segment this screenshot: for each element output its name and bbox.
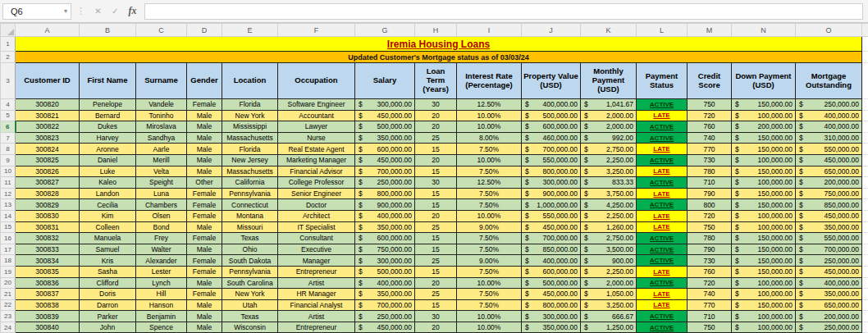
- column-header-partial[interactable]: [862, 24, 868, 37]
- cell-credit-score[interactable]: 720: [688, 210, 732, 221]
- row-header-1[interactable]: 1: [1, 37, 16, 52]
- cell-surname[interactable]: Chambers: [136, 199, 187, 211]
- cell-occupation[interactable]: Artist: [278, 311, 355, 322]
- row-header-22[interactable]: 22: [1, 299, 16, 311]
- cell-property-value[interactable]: $800,000.00: [522, 166, 581, 177]
- cell-location[interactable]: Massachusetts: [222, 166, 278, 177]
- empty-cell[interactable]: [862, 299, 868, 311]
- header-loan-term[interactable]: Loan Term (Years): [415, 63, 457, 99]
- cell-surname[interactable]: Benjamin: [136, 311, 187, 322]
- cell-location[interactable]: South Carolina: [222, 277, 278, 289]
- empty-cell[interactable]: [862, 99, 868, 111]
- cell-first-name[interactable]: Kris: [80, 255, 136, 267]
- empty-cell[interactable]: [862, 121, 868, 133]
- cell-location[interactable]: Connecticut: [222, 199, 278, 211]
- cell-credit-score[interactable]: 800: [688, 199, 732, 211]
- cell-salary[interactable]: $400,000.00: [355, 277, 415, 289]
- cell-monthly-payment[interactable]: $2,000.00: [581, 110, 637, 121]
- cell-salary[interactable]: $600,000.00: [355, 144, 415, 155]
- cell-monthly-payment[interactable]: $3,500.00: [581, 244, 637, 255]
- cell-credit-score[interactable]: 750: [688, 221, 732, 233]
- cell-gender[interactable]: Male: [187, 144, 222, 155]
- cell-loan-term[interactable]: 15: [415, 244, 457, 255]
- cell-gender[interactable]: Male: [187, 221, 222, 233]
- cell-interest-rate[interactable]: 8.00%: [457, 132, 522, 144]
- formula-input[interactable]: [144, 3, 863, 20]
- payment-status-badge[interactable]: ACTIVE: [637, 121, 688, 133]
- cell-gender[interactable]: Male: [187, 132, 222, 144]
- cell-monthly-payment[interactable]: $2,000.00: [581, 121, 637, 133]
- cell-salary[interactable]: $350,000.00: [355, 289, 415, 300]
- cell-occupation[interactable]: Artist: [278, 277, 355, 289]
- header-interest-rate[interactable]: Interest Rate (Percentage): [457, 63, 522, 99]
- row-header-14[interactable]: 14: [1, 210, 16, 221]
- cell-down-payment[interactable]: $100,000.00: [732, 177, 796, 189]
- name-box-dropdown-icon[interactable]: ▾: [64, 7, 67, 15]
- row-header-4[interactable]: 4: [1, 99, 16, 111]
- cell-property-value[interactable]: $700,000.00: [522, 144, 581, 155]
- cell-gender[interactable]: Female: [187, 210, 222, 221]
- header-monthly-payment[interactable]: Monthly Payment (USD): [581, 63, 637, 99]
- cell-customer-id[interactable]: 300820: [16, 99, 80, 111]
- cell-location[interactable]: New York: [222, 289, 278, 300]
- cell-customer-id[interactable]: 300826: [16, 166, 80, 177]
- cell-credit-score[interactable]: 720: [688, 110, 732, 121]
- cell-down-payment[interactable]: $200,000.00: [732, 121, 796, 133]
- cell-first-name[interactable]: Dukes: [80, 121, 136, 133]
- cell-occupation[interactable]: College Professor: [278, 177, 355, 189]
- cell-monthly-payment[interactable]: $2,750.00: [581, 233, 637, 244]
- cell-gender[interactable]: Male: [187, 244, 222, 255]
- cell-first-name[interactable]: Clifford: [80, 277, 136, 289]
- column-header-i[interactable]: I: [457, 24, 522, 37]
- header-location[interactable]: Location: [222, 63, 278, 99]
- cell-customer-id[interactable]: 300835: [16, 266, 80, 277]
- cell-credit-score[interactable]: 760: [688, 266, 732, 277]
- row-header-15[interactable]: 15: [1, 221, 16, 233]
- cell-credit-score[interactable]: 780: [688, 166, 732, 177]
- cell-loan-term[interactable]: 30: [415, 99, 457, 111]
- cell-property-value[interactable]: $450,000.00: [522, 221, 581, 233]
- cell-first-name[interactable]: Harvey: [80, 132, 136, 144]
- cell-customer-id[interactable]: 300829: [16, 199, 80, 211]
- payment-status-badge[interactable]: LATE: [637, 144, 688, 155]
- row-header-3[interactable]: 3: [1, 63, 16, 99]
- sheet-subtitle[interactable]: Updated Customer's Mortgage status as of…: [16, 52, 862, 63]
- cell-gender[interactable]: Male: [187, 166, 222, 177]
- cell-monthly-payment[interactable]: $4,250.00: [581, 199, 637, 211]
- cell-location[interactable]: Florida: [222, 99, 278, 111]
- row-header-21[interactable]: 21: [1, 289, 16, 300]
- cell-gender[interactable]: Female: [187, 255, 222, 267]
- cell-down-payment[interactable]: $150,000.00: [732, 299, 796, 311]
- cell-monthly-payment[interactable]: $666.67: [581, 311, 637, 322]
- cell-customer-id[interactable]: 300825: [16, 154, 80, 166]
- cell-location[interactable]: Pennsylvania: [222, 266, 278, 277]
- header-first-name[interactable]: First Name: [80, 63, 136, 99]
- cell-monthly-payment[interactable]: $1,050.00: [581, 289, 637, 300]
- cell-credit-score[interactable]: 790: [688, 244, 732, 255]
- cell-occupation[interactable]: Nurse: [278, 132, 355, 144]
- empty-cell[interactable]: [862, 52, 868, 63]
- column-header-c[interactable]: C: [136, 24, 187, 37]
- cell-mortgage-outstanding[interactable]: $400,000.00: [796, 121, 862, 133]
- cell-occupation[interactable]: Doctor: [278, 199, 355, 211]
- cell-gender[interactable]: Male: [187, 322, 222, 333]
- cell-interest-rate[interactable]: 7.50%: [457, 244, 522, 255]
- cell-occupation[interactable]: Lawyer: [278, 121, 355, 133]
- cell-first-name[interactable]: Doris: [80, 289, 136, 300]
- cell-monthly-payment[interactable]: $3,250.00: [581, 299, 637, 311]
- cell-interest-rate[interactable]: 7.50%: [457, 166, 522, 177]
- cell-monthly-payment[interactable]: $1,260.00: [581, 221, 637, 233]
- enter-button[interactable]: ✓: [107, 3, 123, 20]
- cell-first-name[interactable]: Luke: [80, 166, 136, 177]
- cell-loan-term[interactable]: 20: [415, 110, 457, 121]
- cell-occupation[interactable]: IT Specialist: [278, 221, 355, 233]
- cell-salary[interactable]: $700,000.00: [355, 166, 415, 177]
- cell-occupation[interactable]: Real Estate Agent: [278, 144, 355, 155]
- cell-first-name[interactable]: Samuel: [80, 244, 136, 255]
- cell-surname[interactable]: Miroslava: [136, 121, 187, 133]
- cell-interest-rate[interactable]: 10.00%: [457, 311, 522, 322]
- header-credit-score[interactable]: Credit Score: [688, 63, 732, 99]
- row-header-19[interactable]: 19: [1, 266, 16, 277]
- cell-gender[interactable]: Female: [187, 199, 222, 211]
- cell-first-name[interactable]: Landon: [80, 188, 136, 199]
